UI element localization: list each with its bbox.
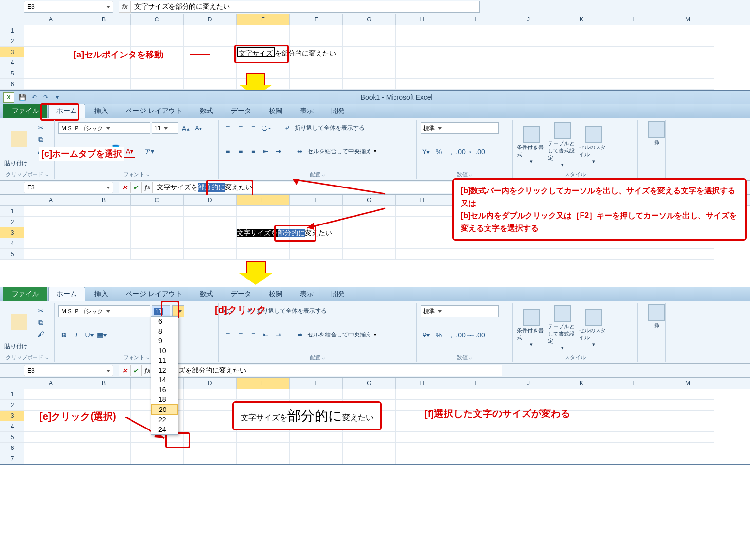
percent-icon[interactable]: % <box>433 147 444 157</box>
tab-data[interactable]: データ <box>223 104 260 118</box>
cell-A5[interactable] <box>24 249 77 260</box>
currency-icon-3[interactable]: ¥▾ <box>421 330 431 340</box>
insert-cells-button[interactable]: 挿 <box>642 121 671 146</box>
cell-I1[interactable] <box>449 389 502 400</box>
cell-M2[interactable] <box>661 36 714 47</box>
font-size-option-16[interactable]: 16 <box>151 385 178 394</box>
cell-F5[interactable] <box>290 432 343 443</box>
cell-J5[interactable] <box>502 432 555 443</box>
column-header-H[interactable]: H <box>396 378 449 389</box>
cell-G1[interactable] <box>343 25 396 36</box>
format-as-table-button-3[interactable]: テーブルとして書式設定▾ <box>548 305 577 351</box>
row-header-6[interactable]: 6 <box>0 443 24 453</box>
align-right-icon[interactable]: ≡ <box>248 146 259 157</box>
column-header-D[interactable]: D <box>184 14 237 25</box>
cell-G4[interactable] <box>343 238 396 249</box>
tab-formulas-3[interactable]: 数式 <box>191 287 222 301</box>
cell-I6[interactable] <box>449 79 502 90</box>
cell-L4[interactable] <box>608 421 661 432</box>
align-right-icon-3[interactable]: ≡ <box>248 329 259 340</box>
cell-G4[interactable] <box>343 57 396 68</box>
column-header-A[interactable]: A <box>24 14 77 25</box>
cell-B1[interactable] <box>77 25 131 36</box>
cell-M6[interactable] <box>661 443 714 453</box>
cell-K6[interactable] <box>555 79 608 90</box>
cell-L2[interactable] <box>608 36 661 47</box>
cell-L3[interactable] <box>608 411 661 421</box>
select-all-corner[interactable] <box>0 14 24 25</box>
cell-H5[interactable] <box>396 432 449 443</box>
cell-C5[interactable] <box>131 68 184 79</box>
cell-K3[interactable] <box>555 47 608 57</box>
cell-F2[interactable] <box>290 36 343 47</box>
cell-H4[interactable] <box>396 238 449 249</box>
cell-I5[interactable] <box>449 432 502 443</box>
align-left-icon[interactable]: ≡ <box>223 146 233 157</box>
cell-H3[interactable] <box>396 47 449 57</box>
cell-H2[interactable] <box>396 36 449 47</box>
cell-A6[interactable] <box>24 443 77 453</box>
cell-D3[interactable] <box>184 47 237 57</box>
cell-F5[interactable] <box>290 249 343 260</box>
dec-decimal-icon[interactable]: ←.00 <box>471 147 482 157</box>
cell-B4[interactable] <box>77 238 131 249</box>
column-header-D[interactable]: D <box>184 378 237 389</box>
cell-C1[interactable] <box>131 25 184 36</box>
tab-developer[interactable]: 開発 <box>323 104 353 118</box>
cell-K5[interactable] <box>555 249 608 260</box>
cell-E5[interactable] <box>237 432 290 443</box>
shrink-font-icon[interactable]: A▾ <box>193 123 204 133</box>
column-header-B[interactable]: B <box>77 14 131 25</box>
tab-data-3[interactable]: データ <box>223 287 260 301</box>
name-box-2[interactable]: E3 <box>24 182 113 193</box>
cell-E5[interactable] <box>237 249 290 260</box>
column-header-I[interactable]: I <box>449 14 502 25</box>
align-center-icon[interactable]: ≡ <box>235 146 246 157</box>
cell-A5[interactable] <box>24 432 77 443</box>
column-header-K[interactable]: K <box>555 378 608 389</box>
cell-C7[interactable] <box>131 453 184 464</box>
cell-K4[interactable] <box>555 57 608 68</box>
cell-M6[interactable] <box>661 79 714 90</box>
enter-icon-3[interactable]: ✔ <box>131 365 142 376</box>
align-bottom-icon[interactable]: ≡ <box>248 122 259 133</box>
cell-F4[interactable] <box>290 57 343 68</box>
underline-icon-3[interactable]: U▾ <box>84 330 94 340</box>
row-header-5[interactable]: 5 <box>0 432 24 443</box>
cell-B6[interactable] <box>77 443 131 453</box>
cell-M3[interactable] <box>661 47 714 57</box>
cell-L1[interactable] <box>608 389 661 400</box>
column-header-D[interactable]: D <box>184 195 237 205</box>
cell-M7[interactable] <box>661 453 714 464</box>
cell-J7[interactable] <box>502 453 555 464</box>
cell-F1[interactable] <box>290 389 343 400</box>
cell-C4[interactable] <box>131 238 184 249</box>
tab-formulas[interactable]: 数式 <box>191 104 222 118</box>
column-header-J[interactable]: J <box>502 14 555 25</box>
row-header-7[interactable]: 7 <box>0 453 24 464</box>
font-size-option-22[interactable]: 22 <box>151 415 178 425</box>
cell-L6[interactable] <box>608 79 661 90</box>
column-header-L[interactable]: L <box>608 378 661 389</box>
cell-L1[interactable] <box>608 25 661 36</box>
fx-icon-2[interactable]: ƒx <box>142 182 153 193</box>
cell-A2[interactable] <box>24 36 77 47</box>
comma-icon[interactable]: , <box>446 147 457 157</box>
font-size-option-11[interactable]: 11 <box>151 355 178 365</box>
phonetic-icon[interactable]: ア▾ <box>144 147 154 157</box>
merge-label-3[interactable]: セルを結合して中央揃え <box>307 331 372 339</box>
cell-M4[interactable] <box>661 57 714 68</box>
cell-B3[interactable] <box>77 227 131 238</box>
wrap-text-icon[interactable]: ⤶ <box>282 122 293 133</box>
row-header-4[interactable]: 4 <box>0 57 24 68</box>
cell-D4[interactable] <box>184 421 237 432</box>
cancel-icon[interactable]: ✕ <box>119 182 131 193</box>
cell-M2[interactable] <box>661 400 714 411</box>
cell-H7[interactable] <box>396 453 449 464</box>
merge-icon-3[interactable]: ⬌ <box>295 329 305 340</box>
row-header-1[interactable]: 1 <box>0 25 24 36</box>
cell-I4[interactable] <box>449 421 502 432</box>
cell-A4[interactable] <box>24 238 77 249</box>
cell-A1[interactable] <box>24 25 77 36</box>
cell-I2[interactable] <box>449 36 502 47</box>
